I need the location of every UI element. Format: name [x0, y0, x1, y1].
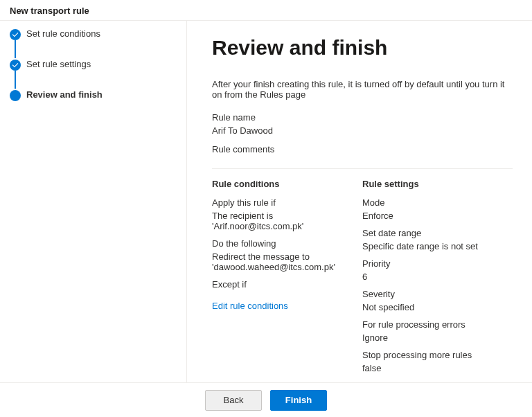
step-set-rule-conditions[interactable]: Set rule conditions [0, 28, 186, 58]
step-label: Review and finish [26, 89, 103, 100]
rule-name-value: Arif To Dawood [212, 125, 513, 136]
do-following-value: Redirect the message to 'dawood.waheed@i… [212, 251, 362, 272]
stop-value: false [362, 363, 513, 373]
apply-if-label: Apply this rule if [212, 197, 362, 208]
wizard-header: New transport rule [0, 0, 532, 20]
mode-value: Enforce [362, 211, 513, 221]
edit-conditions-link[interactable]: Edit rule conditions [212, 301, 288, 311]
step-connector [15, 71, 16, 89]
wizard-title: New transport rule [10, 6, 89, 16]
check-icon [10, 29, 21, 40]
severity-label: Severity [362, 289, 513, 299]
review-panel: Review and finish After your finish crea… [187, 21, 532, 382]
stop-label: Stop processing more rules [362, 350, 513, 360]
priority-label: Priority [362, 258, 513, 269]
step-label: Set rule conditions [26, 28, 100, 39]
step-connector [15, 40, 16, 58]
mode-label: Mode [362, 197, 513, 208]
do-following-label: Do the following [212, 238, 362, 249]
apply-if-value: The recipient is 'Arif.noor@itcs.com.pk' [212, 211, 362, 231]
rule-settings-column: Rule settings Mode Enforce Set date rang… [362, 179, 513, 382]
date-range-value: Specific date range is not set [362, 241, 513, 251]
step-review-and-finish[interactable]: Review and finish [0, 89, 186, 119]
back-button[interactable]: Back [205, 390, 262, 411]
wizard-footer: Back Finish [0, 382, 532, 417]
date-range-label: Set date range [362, 228, 513, 238]
page-title: Review and finish [212, 36, 513, 60]
step-set-rule-settings[interactable]: Set rule settings [0, 58, 186, 89]
settings-heading: Rule settings [362, 179, 513, 189]
severity-value: Not specified [362, 302, 513, 312]
step-label: Set rule settings [26, 58, 91, 69]
intro-text: After your finish creating this rule, it… [212, 79, 513, 100]
conditions-heading: Rule conditions [212, 179, 362, 189]
rule-conditions-column: Rule conditions Apply this rule if The r… [212, 179, 362, 382]
priority-value: 6 [362, 272, 513, 282]
check-icon [10, 60, 21, 71]
rule-name-label: Rule name [212, 112, 513, 123]
errors-value: Ignore [362, 332, 513, 343]
finish-button[interactable]: Finish [270, 390, 327, 411]
errors-label: For rule processing errors [362, 319, 513, 330]
rule-comments-label: Rule comments [212, 144, 513, 154]
dot-icon [10, 90, 21, 101]
divider [212, 168, 513, 169]
wizard-steps-sidebar: Set rule conditions Set rule settings Re… [0, 21, 187, 382]
except-if-label: Except if [212, 279, 362, 290]
